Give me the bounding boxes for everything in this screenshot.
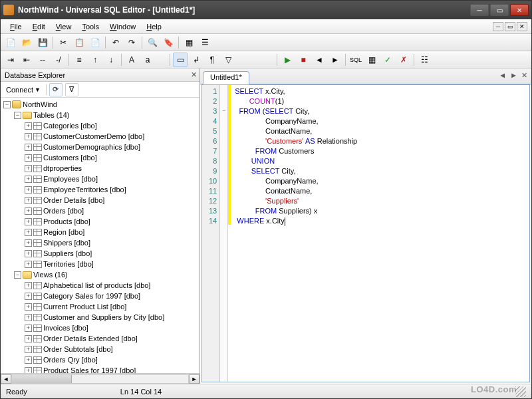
scroll-right-icon[interactable]: ► <box>189 374 200 384</box>
scroll-left-icon[interactable]: ◄ <box>1 374 11 384</box>
scroll-thumb[interactable] <box>12 375 72 383</box>
tree-view[interactable]: +Product Sales for 1997 [dbo] <box>2 365 200 373</box>
code-editor[interactable]: 1234567891011121314 − SELECT x.City, COU… <box>201 84 530 382</box>
copy-button[interactable]: 📋 <box>72 35 86 50</box>
tree-table[interactable]: +Categories [dbo] <box>2 120 200 131</box>
tree-view[interactable]: +Invoices [dbo] <box>2 323 200 333</box>
outdent-button[interactable]: ⇤ <box>19 53 34 67</box>
error-button[interactable]: ✗ <box>396 53 411 67</box>
maximize-button[interactable]: ▭ <box>490 4 509 16</box>
tab-untitled1[interactable]: Untitled1* <box>203 71 249 84</box>
menu-window[interactable]: Window <box>104 21 141 32</box>
mdi-restore-button[interactable]: ▭ <box>505 22 515 31</box>
sort-asc-button[interactable]: ↑ <box>88 53 102 67</box>
code-area[interactable]: SELECT x.City, COUNT(1) FROM (SELECT Cit… <box>231 85 529 382</box>
lowercase-button[interactable]: a <box>140 53 155 67</box>
tree-table[interactable]: +Products [dbo] <box>2 216 200 227</box>
refresh-button[interactable]: ⟳ <box>49 83 63 96</box>
stop-button[interactable]: ■ <box>296 53 311 67</box>
tree-table[interactable]: +CustomerDemographics [dbo] <box>2 142 200 152</box>
expander-icon[interactable]: + <box>25 367 32 374</box>
tree-view[interactable]: +Alphabetical list of products [dbo] <box>2 280 200 291</box>
tree-view[interactable]: +Customer and Suppliers by City [dbo] <box>2 312 200 323</box>
explorer-toggle-button[interactable]: ☷ <box>417 53 432 67</box>
resize-grip[interactable] <box>515 386 526 397</box>
expander-icon[interactable]: + <box>25 356 32 364</box>
expander-icon[interactable]: + <box>25 133 32 140</box>
sql-button[interactable]: SQL <box>348 53 363 67</box>
expander-icon[interactable]: − <box>14 112 21 119</box>
menu-help[interactable]: Help <box>141 21 167 32</box>
tree-table[interactable]: +Shippers [dbo] <box>2 237 200 248</box>
cut-button[interactable]: ✂ <box>56 35 70 50</box>
menu-tools[interactable]: Tools <box>76 21 104 32</box>
tree-table[interactable]: +dtproperties <box>2 163 200 174</box>
indent-button[interactable]: ⇥ <box>3 53 18 67</box>
tree-table[interactable]: +Customers [dbo] <box>2 152 200 163</box>
scroll-right-button[interactable]: ► <box>328 53 342 67</box>
sort-desc-button[interactable]: ↓ <box>104 53 118 67</box>
results-button[interactable]: ▦ <box>364 53 379 67</box>
expander-icon[interactable]: + <box>25 303 32 311</box>
expander-icon[interactable]: + <box>25 218 32 225</box>
tree-view[interactable]: −NorthWind−Tables (14)+Categories [dbo]+… <box>1 98 200 373</box>
table-button[interactable]: ▦ <box>182 35 196 50</box>
expander-icon[interactable]: + <box>25 122 32 130</box>
expander-icon[interactable]: + <box>25 325 32 332</box>
open-button[interactable]: 📂 <box>19 35 34 50</box>
comment-button[interactable]: -- <box>35 53 50 67</box>
tab-prev-icon[interactable]: ◄ <box>497 71 507 80</box>
expander-icon[interactable]: + <box>25 186 32 194</box>
expander-icon[interactable]: + <box>25 154 32 162</box>
find-button[interactable]: 🔍 <box>145 35 160 50</box>
whitespace-button[interactable]: ¶ <box>205 53 219 67</box>
uncomment-button[interactable]: -/ <box>51 53 66 67</box>
execute-button[interactable]: ▶ <box>280 53 295 67</box>
close-button[interactable]: ✕ <box>510 4 529 16</box>
tree-view[interactable]: +Category Sales for 1997 [dbo] <box>2 291 200 301</box>
mdi-minimize-button[interactable]: ─ <box>493 22 503 31</box>
menu-file[interactable]: File <box>5 21 27 32</box>
list-button[interactable]: ☰ <box>198 35 212 50</box>
menu-view[interactable]: View <box>51 21 77 32</box>
expander-icon[interactable]: + <box>25 261 32 268</box>
expander-icon[interactable]: + <box>25 239 32 247</box>
tree-tables-folder[interactable]: −Tables (14) <box>2 110 200 120</box>
tree-table[interactable]: +Order Details [dbo] <box>2 195 200 205</box>
filter-button[interactable]: ∇ <box>65 83 78 96</box>
expander-icon[interactable]: + <box>25 165 32 172</box>
expander-icon[interactable]: + <box>25 250 32 257</box>
tree-view[interactable]: +Current Product List [dbo] <box>2 301 200 312</box>
format-button[interactable]: ≡ <box>72 53 86 67</box>
tree-table[interactable]: +Suppliers [dbo] <box>2 248 200 259</box>
tree-view[interactable]: +Orders Qry [dbo] <box>2 354 200 365</box>
bookmark-button[interactable]: 🔖 <box>161 35 176 50</box>
expander-icon[interactable]: + <box>25 197 32 204</box>
scroll-left-button[interactable]: ◄ <box>312 53 327 67</box>
expander-icon[interactable]: + <box>25 293 32 300</box>
paste-button[interactable]: 📄 <box>88 35 102 50</box>
menu-edit[interactable]: Edit <box>27 21 51 32</box>
expander-icon[interactable]: + <box>25 282 32 289</box>
expander-icon[interactable]: + <box>25 346 32 353</box>
tree-view[interactable]: +Order Details Extended [dbo] <box>2 333 200 344</box>
fold-margin[interactable]: − <box>220 85 228 382</box>
tree-views-folder[interactable]: −Views (16) <box>2 269 200 280</box>
tree-table[interactable]: +Orders [dbo] <box>2 205 200 216</box>
tree-table[interactable]: +Region [dbo] <box>2 227 200 237</box>
tree-table[interactable]: +CustomerCustomerDemo [dbo] <box>2 131 200 142</box>
wrap-button[interactable]: ↲ <box>189 53 203 67</box>
explorer-h-scrollbar[interactable]: ◄ ► <box>1 373 200 384</box>
mdi-close-button[interactable]: ✕ <box>517 22 527 31</box>
tree-table[interactable]: +Territories [dbo] <box>2 259 200 269</box>
titlebar[interactable]: NorthWind - Universal SQL Editor - [Unti… <box>1 1 531 19</box>
tree-root[interactable]: −NorthWind <box>2 99 200 110</box>
new-button[interactable]: 📄 <box>3 35 18 50</box>
redo-button[interactable]: ↷ <box>124 35 139 50</box>
save-button[interactable]: 💾 <box>35 35 50 50</box>
expander-icon[interactable]: − <box>3 101 11 108</box>
expander-icon[interactable]: − <box>14 271 21 279</box>
expander-icon[interactable]: + <box>25 335 32 342</box>
connect-dropdown[interactable]: Connect ▼ <box>3 84 43 95</box>
toggle-region-button[interactable]: ▭ <box>173 53 188 67</box>
